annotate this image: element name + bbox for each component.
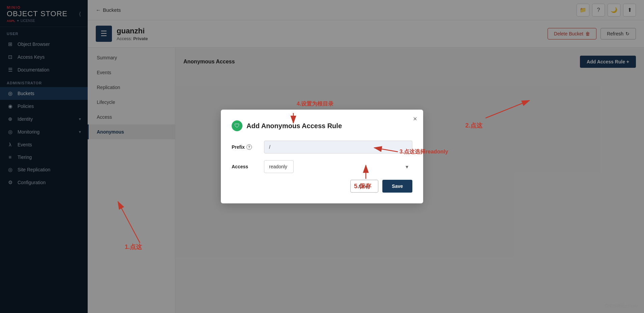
- watermark: CSDN@观止study: [605, 303, 638, 309]
- shield-icon: 🛡: [232, 120, 242, 131]
- modal-overlay[interactable]: × 🛡 Add Anonymous Access Rule Prefix ? A…: [0, 0, 644, 313]
- prefix-input[interactable]: [264, 141, 412, 153]
- modal-title: Add Anonymous Access Rule: [246, 122, 342, 130]
- modal-header: 🛡 Add Anonymous Access Rule: [232, 120, 412, 131]
- modal-dialog: × 🛡 Add Anonymous Access Rule Prefix ? A…: [221, 110, 423, 203]
- modal-footer: Clear Save: [232, 180, 412, 193]
- save-button[interactable]: Save: [382, 180, 412, 193]
- access-row: Access readonly writeonly readwrite: [232, 160, 412, 173]
- prefix-row: Prefix ?: [232, 141, 412, 153]
- clear-button[interactable]: Clear: [350, 180, 378, 193]
- prefix-label: Prefix ?: [232, 144, 259, 150]
- prefix-help-icon[interactable]: ?: [246, 144, 252, 150]
- access-select-wrapper: readonly writeonly readwrite: [264, 160, 412, 173]
- access-label: Access: [232, 164, 259, 169]
- modal-close-button[interactable]: ×: [413, 115, 417, 123]
- access-select[interactable]: readonly writeonly readwrite: [264, 160, 294, 173]
